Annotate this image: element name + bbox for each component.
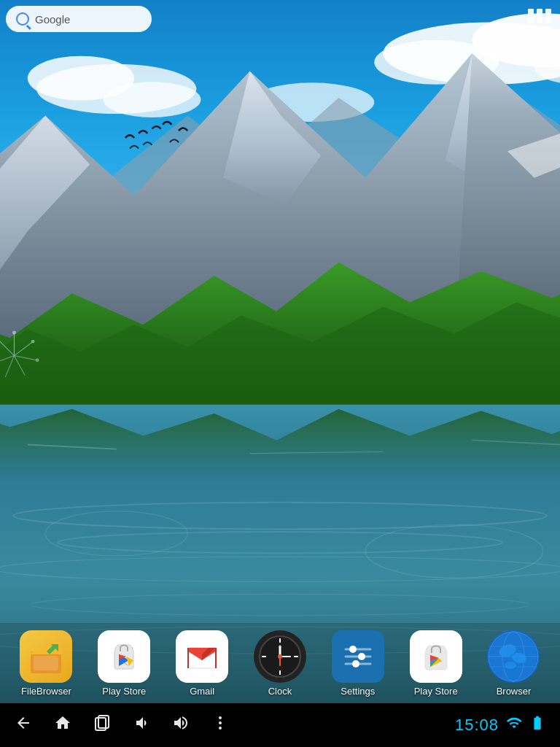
volume-up-button[interactable]	[172, 714, 190, 736]
gmail-label: Gmail	[190, 686, 214, 697]
google-search-bar[interactable]: Google	[6, 6, 152, 32]
gmail-icon	[176, 630, 228, 683]
gmail-app[interactable]: Gmail	[169, 630, 235, 697]
playstore2-app[interactable]: Play Store	[403, 630, 469, 697]
svg-point-39	[31, 340, 35, 344]
wifi-icon	[506, 715, 522, 735]
clock-label: Clock	[268, 686, 292, 697]
browser-app[interactable]: Browser	[481, 630, 546, 697]
browser-label: Browser	[497, 686, 532, 697]
svg-point-7	[103, 82, 201, 117]
search-label: Google	[35, 13, 70, 26]
dot	[528, 9, 534, 15]
svg-point-75	[278, 654, 282, 659]
dot	[537, 9, 542, 15]
dot	[545, 18, 551, 23]
settings-label: Settings	[341, 686, 375, 697]
search-icon	[16, 12, 29, 26]
svg-point-41	[36, 358, 39, 362]
back-button[interactable]	[15, 714, 32, 736]
svg-point-80	[358, 653, 365, 660]
settings-icon	[332, 630, 384, 683]
playstore1-icon	[98, 630, 150, 683]
settings-app[interactable]: Settings	[325, 630, 391, 697]
clock-time: 15:08	[455, 716, 499, 735]
svg-point-82	[352, 660, 359, 667]
dot	[545, 9, 551, 15]
app-dock: FileBrowser Play Store	[0, 623, 560, 703]
dot	[528, 26, 534, 32]
playstore1-app[interactable]: Play Store	[91, 630, 157, 697]
browser-icon	[487, 630, 540, 683]
status-indicators: 15:08	[455, 715, 545, 735]
svg-point-38	[12, 330, 16, 334]
nav-buttons	[15, 714, 229, 736]
apps-grid-button[interactable]	[528, 9, 551, 32]
playstore2-label: Play Store	[414, 686, 458, 697]
playstore2-icon	[410, 630, 462, 683]
battery-icon	[529, 715, 545, 735]
svg-point-101	[219, 721, 222, 724]
svg-point-100	[219, 716, 222, 719]
svg-rect-52	[34, 656, 58, 670]
dot	[537, 26, 542, 32]
clock-icon	[254, 630, 306, 683]
dot	[537, 18, 542, 23]
playstore1-label: Play Store	[102, 686, 146, 697]
filebrowser-label: FileBrowser	[21, 686, 71, 697]
dot	[528, 18, 534, 23]
dot	[545, 26, 551, 32]
grid-dots	[528, 9, 551, 32]
svg-point-78	[349, 646, 357, 653]
svg-point-97	[505, 662, 516, 669]
volume-down-button[interactable]	[133, 714, 150, 736]
home-button[interactable]	[54, 714, 71, 736]
recents-button[interactable]	[93, 714, 111, 736]
navigation-bar: 15:08	[0, 703, 560, 747]
clock-app[interactable]: Clock	[247, 630, 313, 697]
filebrowser-icon	[20, 630, 72, 683]
more-options-button[interactable]	[211, 714, 229, 736]
filebrowser-app[interactable]: FileBrowser	[13, 630, 79, 697]
svg-point-102	[219, 727, 222, 729]
